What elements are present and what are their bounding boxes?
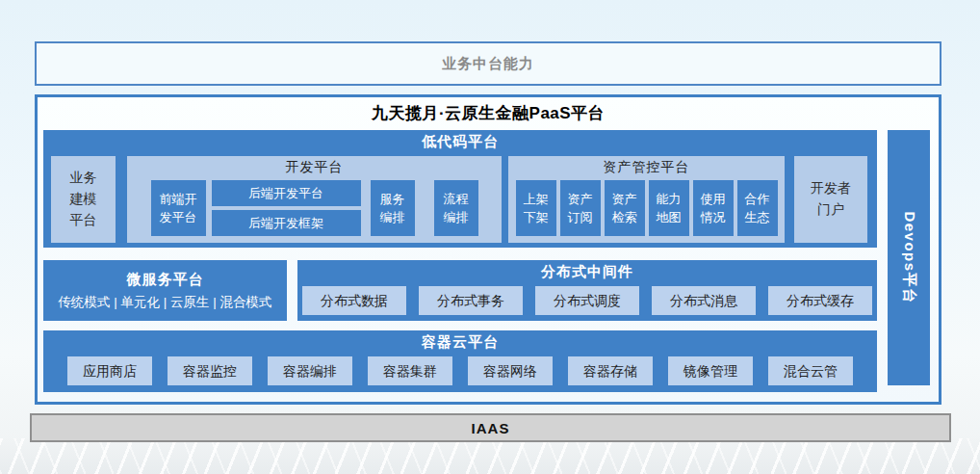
lowcode-section: 低代码平台 业务建模平台 开发平台 前端开发平台 后端开发平台 后端开发框架 服… (43, 130, 877, 248)
middleware-item-transaction: 分布式事务 (419, 286, 523, 315)
iaas-bar: IAAS (30, 413, 951, 442)
container-cloud-row: 应用商店 容器监控 容器编排 容器集群 容器网络 容器存储 镜像管理 混合云管 (43, 356, 877, 385)
middleware-row: 分布式数据 分布式事务 分布式调度 分布式消息 分布式缓存 (297, 286, 877, 315)
asset-platform-panel: 资产管控平台 上架下架 资产订阅 资产检索 能力地图 使用情况 合作生态 (508, 156, 785, 243)
middleware-item-data: 分布式数据 (302, 286, 406, 315)
dev-platform-row: 前端开发平台 后端开发平台 后端开发框架 服务编排 流程编排 (127, 180, 502, 236)
devops-label: Devops平台 (900, 211, 918, 303)
asset-item-subscription: 资产订阅 (560, 180, 601, 236)
middleware-section: 分布式中间件 分布式数据 分布式事务 分布式调度 分布式消息 分布式缓存 (297, 260, 877, 321)
container-item-monitoring: 容器监控 (168, 356, 252, 385)
page-background: 业务中台能力 九天揽月·云原生金融PaaS平台 低代码平台 业务建模平台 开发平… (0, 0, 980, 474)
container-item-network: 容器网络 (468, 356, 553, 385)
asset-item-usage: 使用情况 (693, 180, 734, 236)
lowcode-row: 业务建模平台 开发平台 前端开发平台 后端开发平台 后端开发框架 服务编排 流程… (43, 156, 877, 243)
container-item-orchestration: 容器编排 (268, 356, 352, 385)
asset-item-onoff-shelf: 上架下架 (516, 180, 556, 236)
container-item-image-mgmt: 镜像管理 (668, 356, 753, 385)
background-texture (0, 438, 980, 474)
asset-item-capability-map: 能力地图 (649, 180, 689, 236)
frontend-dev-box: 前端开发平台 (151, 180, 206, 236)
microservice-section: 微服务平台 传统模式 | 单元化 | 云原生 | 混合模式 (43, 260, 287, 321)
asset-item-search: 资产检索 (605, 180, 645, 236)
backend-dev-platform-box: 后端开发平台 (212, 180, 361, 206)
iaas-label: IAAS (472, 420, 510, 436)
lowcode-title: 低代码平台 (43, 130, 877, 151)
container-cloud-section: 容器云平台 应用商店 容器监控 容器编排 容器集群 容器网络 容器存储 镜像管理… (43, 330, 877, 392)
service-orchestration-box: 服务编排 (371, 180, 415, 236)
microservice-title: 微服务平台 (127, 271, 204, 289)
platform-title: 九天揽月·云原生金融PaaS平台 (38, 97, 939, 124)
devops-sidebar: Devops平台 (888, 130, 930, 385)
container-cloud-title: 容器云平台 (43, 330, 877, 352)
backend-dev-framework-box: 后端开发框架 (212, 210, 361, 236)
container-item-app-store: 应用商店 (67, 356, 152, 385)
asset-platform-row: 上架下架 资产订阅 资产检索 能力地图 使用情况 合作生态 (508, 180, 785, 236)
dev-platform-panel: 开发平台 前端开发平台 后端开发平台 后端开发框架 服务编排 流程编排 (127, 156, 502, 243)
middleware-title: 分布式中间件 (297, 260, 877, 281)
main-platform-box: 九天揽月·云原生金融PaaS平台 低代码平台 业务建模平台 开发平台 前端开发平… (35, 94, 941, 405)
process-orchestration-box: 流程编排 (434, 180, 478, 236)
asset-item-ecosystem: 合作生态 (737, 180, 778, 236)
middleware-item-scheduling: 分布式调度 (535, 286, 639, 315)
container-item-hybrid-cloud: 混合云管 (768, 356, 853, 385)
dev-platform-title: 开发平台 (127, 156, 502, 176)
middleware-item-cache: 分布式缓存 (768, 286, 872, 315)
middleware-item-message: 分布式消息 (652, 286, 756, 315)
developer-portal-box: 开发者门户 (794, 156, 867, 243)
container-item-storage: 容器存储 (568, 356, 653, 385)
asset-platform-title: 资产管控平台 (508, 156, 785, 176)
business-capability-label: 业务中台能力 (442, 55, 534, 73)
business-modeling-box: 业务建模平台 (51, 156, 116, 243)
backend-dev-stack: 后端开发平台 后端开发框架 (212, 180, 361, 236)
microservice-modes: 传统模式 | 单元化 | 云原生 | 混合模式 (58, 294, 271, 311)
business-capability-box: 业务中台能力 (35, 41, 941, 86)
container-item-cluster: 容器集群 (368, 356, 452, 385)
